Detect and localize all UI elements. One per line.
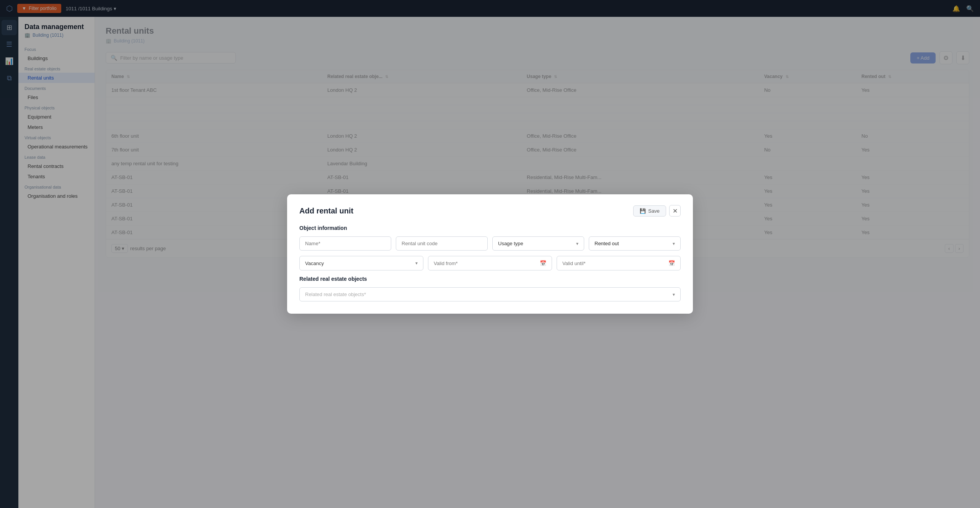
save-icon: 💾: [640, 208, 646, 214]
chevron-down-icon: ▾: [415, 261, 418, 266]
name-input[interactable]: [305, 241, 385, 246]
code-input[interactable]: [402, 241, 482, 246]
related-objects-placeholder: Related real estate objects*: [305, 291, 366, 297]
form-row-2: Vacancy ▾ 📅 📅: [299, 256, 681, 270]
usage-type-select[interactable]: Usage type ▾: [492, 236, 584, 251]
code-field[interactable]: [396, 236, 488, 251]
name-field[interactable]: [299, 236, 391, 251]
form-row-1: Usage type ▾ Rented out ▾: [299, 236, 681, 251]
valid-from-field[interactable]: 📅: [428, 256, 552, 270]
vacancy-select[interactable]: Vacancy ▾: [299, 256, 423, 270]
usage-type-label: Usage type: [498, 241, 523, 246]
valid-until-input[interactable]: [562, 261, 668, 266]
rented-out-label: Rented out: [595, 241, 619, 246]
chevron-down-icon: ▾: [673, 292, 675, 297]
valid-from-input[interactable]: [434, 261, 540, 266]
chevron-down-icon: ▾: [576, 241, 578, 246]
modal-title: Add rental unit: [299, 207, 353, 215]
rented-out-select[interactable]: Rented out ▾: [589, 236, 681, 251]
close-icon: ✕: [673, 207, 678, 215]
save-button[interactable]: 💾 Save: [633, 205, 666, 217]
modal-header: Add rental unit 💾 Save ✕: [299, 205, 681, 217]
modal-overlay: Add rental unit 💾 Save ✕ Object informat…: [0, 0, 980, 508]
related-objects-row: Related real estate objects* ▾: [299, 287, 681, 301]
calendar-icon[interactable]: 📅: [540, 260, 546, 266]
chevron-down-icon: ▾: [673, 241, 675, 246]
modal-actions: 💾 Save ✕: [633, 205, 681, 217]
section-related-objects: Related real estate objects: [299, 276, 681, 282]
section-object-info: Object information: [299, 225, 681, 231]
calendar-icon[interactable]: 📅: [668, 260, 675, 266]
valid-until-field[interactable]: 📅: [557, 256, 681, 270]
vacancy-label: Vacancy: [305, 261, 324, 266]
add-rental-unit-modal: Add rental unit 💾 Save ✕ Object informat…: [287, 194, 693, 314]
related-objects-select[interactable]: Related real estate objects* ▾: [299, 287, 681, 301]
close-button[interactable]: ✕: [669, 205, 681, 217]
